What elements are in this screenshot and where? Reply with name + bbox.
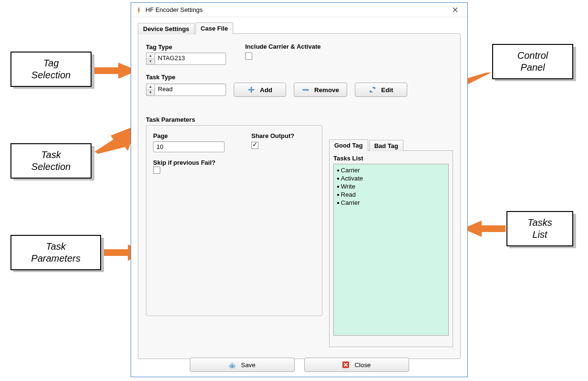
window-title: HF Encoder Settings <box>145 6 203 13</box>
good-bad-tabs: Good Tag Bad Tag Tasks List CarrierActiv… <box>329 139 453 349</box>
task-type-field: ▲ ▼ Read <box>146 84 226 96</box>
list-item[interactable]: Carrier <box>337 166 445 174</box>
callout-tasks-list: Tasks List <box>506 211 573 246</box>
tab-label: Device Settings <box>143 25 189 32</box>
add-button[interactable]: Add <box>234 83 286 97</box>
task-type-down[interactable]: ▼ <box>146 90 155 96</box>
btn-label: Close <box>354 361 371 369</box>
tag-type-field: ▲ ▼ NTAG213 <box>146 53 226 65</box>
task-parameters-title: Task Parameters <box>146 116 453 123</box>
close-dialog-button[interactable]: Close <box>304 358 409 372</box>
tab-bad-tag[interactable]: Bad Tag <box>369 140 403 151</box>
callout-text: Control Panel <box>517 50 548 73</box>
save-button[interactable]: Save <box>190 358 295 372</box>
tab-device-settings[interactable]: Device Settings <box>138 23 195 34</box>
include-carrier-checkbox[interactable] <box>245 53 252 60</box>
page-input[interactable]: 10 <box>153 141 225 152</box>
callout-text: Task Selection <box>31 149 71 172</box>
title-bar: HF Encoder Settings <box>131 3 467 17</box>
share-output-checkbox[interactable] <box>251 142 258 149</box>
close-icon <box>453 7 458 12</box>
task-type-input[interactable]: Read <box>155 84 226 96</box>
edit-button[interactable]: Edit <box>355 83 407 97</box>
tasks-list-label: Tasks List <box>333 155 449 162</box>
plus-icon <box>248 86 255 94</box>
svg-marker-4 <box>463 221 505 237</box>
dialog-window: HF Encoder Settings Device Settings Case… <box>131 2 468 377</box>
skip-if-fail-label: Skip if previous Fail? <box>153 159 315 166</box>
task-type-up[interactable]: ▲ <box>146 84 155 90</box>
tag-type-down[interactable]: ▼ <box>146 59 155 65</box>
callout-control-panel: Control Panel <box>492 44 573 79</box>
list-item[interactable]: Carrier <box>337 199 445 207</box>
case-file-panel: Tag Type ▲ ▼ NTAG213 Include Carrier & A… <box>138 33 461 359</box>
save-icon <box>228 361 236 369</box>
svg-point-8 <box>231 365 233 367</box>
callout-text: Tasks List <box>527 217 552 240</box>
share-output-label: Share Output? <box>251 132 294 139</box>
minus-icon <box>302 86 309 94</box>
refresh-icon <box>369 86 376 94</box>
page-label: Page <box>153 132 225 139</box>
task-type-label: Task Type <box>146 74 453 81</box>
btn-label: Save <box>241 361 255 369</box>
btn-label: Add <box>260 86 272 94</box>
tab-label: Case File <box>201 25 228 32</box>
app-icon <box>135 6 143 14</box>
list-item[interactable]: Write <box>337 182 445 190</box>
callout-text: Task Parameters <box>31 241 80 264</box>
tab-label: Bad Tag <box>374 142 398 149</box>
close-button[interactable] <box>446 5 464 15</box>
remove-button[interactable]: Remove <box>294 83 347 97</box>
task-parameters-box: Page 10 Share Output? Skip if previous F… <box>146 125 322 316</box>
callout-text: Tag Selection <box>31 58 71 80</box>
callout-tag-selection: Tag Selection <box>10 52 92 87</box>
tasks-list-box[interactable]: CarrierActivateWriteReadCarrier <box>333 164 449 336</box>
callout-task-selection: Task Selection <box>10 143 92 179</box>
bottom-bar: Save Close <box>131 358 467 372</box>
list-item[interactable]: Read <box>337 190 445 199</box>
close-red-icon <box>342 361 350 369</box>
tag-type-input[interactable]: NTAG213 <box>155 53 226 65</box>
list-item[interactable]: Activate <box>337 174 445 182</box>
btn-label: Remove <box>314 86 339 94</box>
skip-if-fail-checkbox[interactable] <box>153 167 160 174</box>
tab-case-file[interactable]: Case File <box>196 22 233 34</box>
btn-label: Edit <box>381 86 393 94</box>
include-carrier-label: Include Carrier & Activate <box>245 43 320 50</box>
svg-rect-5 <box>303 89 309 91</box>
tag-type-up[interactable]: ▲ <box>146 53 155 59</box>
tab-good-tag[interactable]: Good Tag <box>329 139 368 151</box>
tab-label: Good Tag <box>334 142 363 149</box>
callout-task-parameters: Task Parameters <box>10 235 101 270</box>
tasks-panel: Tasks List CarrierActivateWriteReadCarri… <box>329 150 453 347</box>
arrow-icon <box>463 221 505 237</box>
outer-tab-strip: Device Settings Case File <box>138 22 461 34</box>
